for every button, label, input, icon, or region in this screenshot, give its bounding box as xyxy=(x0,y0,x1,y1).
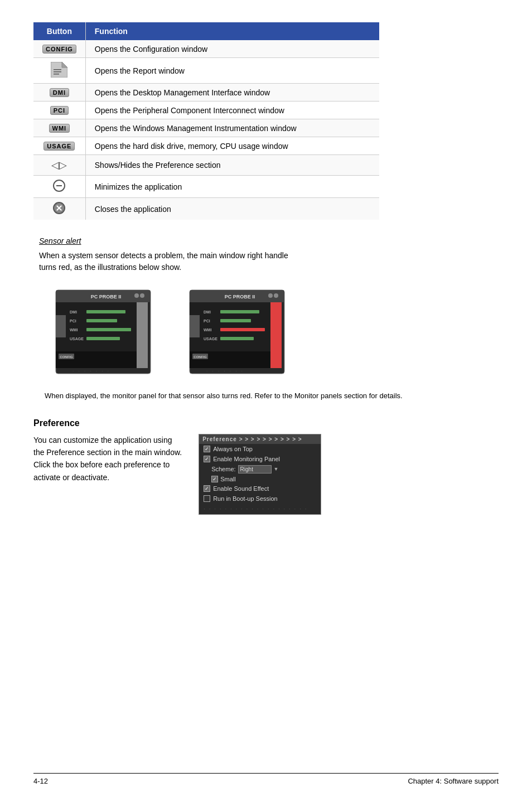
probe-normal-svg: PC PROBE II DMI PCI WMI USAGE xyxy=(50,284,162,379)
svg-text:USAGE: USAGE xyxy=(70,337,84,341)
pref-label-small: Small xyxy=(220,476,236,482)
svg-rect-2 xyxy=(54,69,61,70)
pref-scheme-label: Scheme: xyxy=(211,466,235,472)
table-row: Minimizes the application xyxy=(33,176,379,198)
svg-rect-17 xyxy=(86,319,117,322)
page-footer: 4-12 Chapter 4: Software support xyxy=(33,773,499,785)
button-cell xyxy=(33,58,85,84)
svg-point-9 xyxy=(134,293,139,298)
svg-point-29 xyxy=(268,293,273,298)
svg-rect-31 xyxy=(190,315,200,337)
table-row: Closes the application xyxy=(33,198,379,220)
function-cell: Opens the Report window xyxy=(85,58,379,84)
preference-description: You can customize the application using … xyxy=(33,434,182,484)
col-button-header: Button xyxy=(33,22,85,40)
pref-checkbox-sound[interactable] xyxy=(204,485,210,492)
button-cell: CONFIG xyxy=(33,40,85,58)
table-row: USAGE Opens the hard disk drive, memory,… xyxy=(33,137,379,155)
svg-rect-16 xyxy=(86,310,125,313)
pref-label-sound: Enable Sound Effect xyxy=(213,485,269,492)
table-row: Opens the Report window xyxy=(33,58,379,84)
svg-rect-4 xyxy=(54,74,59,75)
pref-scheme-input[interactable] xyxy=(238,465,272,474)
table-row: CONFIG Opens the Configuration window xyxy=(33,40,379,58)
pref-checkbox-small[interactable] xyxy=(211,476,218,482)
svg-rect-39 xyxy=(220,337,254,340)
button-cell: ◁▷ xyxy=(33,155,85,176)
preference-panel: Preference > > > > > > > > > > > Always … xyxy=(199,434,321,515)
svg-text:DMI: DMI xyxy=(204,310,211,314)
usage-button-icon: USAGE xyxy=(43,142,75,151)
svg-point-28 xyxy=(274,293,278,298)
pref-label-bootup: Run in Boot-up Session xyxy=(213,495,278,502)
function-cell: Opens the Windows Management Instrumenta… xyxy=(85,119,379,137)
svg-text:CONFIG: CONFIG xyxy=(194,355,207,359)
function-cell: Opens the Peripheral Component Interconn… xyxy=(85,102,379,119)
report-button-icon xyxy=(51,62,67,78)
svg-text:WMI: WMI xyxy=(204,328,211,332)
svg-rect-19 xyxy=(86,337,120,340)
svg-text:· · · · · · ·: · · · · · · · xyxy=(206,369,244,374)
pref-scheme-dropdown-icon[interactable]: ▼ xyxy=(274,466,279,472)
probe-normal: PC PROBE II DMI PCI WMI USAGE xyxy=(50,284,162,379)
function-cell: Shows/Hides the Preference section xyxy=(85,155,379,176)
button-cell: WMI xyxy=(33,119,85,137)
svg-rect-11 xyxy=(56,315,66,337)
pref-item-bootup: Run in Boot-up Session xyxy=(199,494,321,504)
function-cell: Opens the Desktop Management Interface w… xyxy=(85,84,379,102)
sensor-alert-title: Sensor alert xyxy=(39,236,499,245)
button-cell: DMI xyxy=(33,84,85,102)
button-cell xyxy=(33,176,85,198)
table-row: WMI Opens the Windows Management Instrum… xyxy=(33,119,379,137)
probes-container: PC PROBE II DMI PCI WMI USAGE xyxy=(50,284,499,379)
function-cell: Opens the hard disk drive, memory, CPU u… xyxy=(85,137,379,155)
table-row: PCI Opens the Peripheral Component Inter… xyxy=(33,102,379,119)
function-cell: Opens the Configuration window xyxy=(85,40,379,58)
sensor-alert-description: When a system sensor detects a problem, … xyxy=(39,250,499,273)
svg-text:DMI: DMI xyxy=(70,310,77,314)
button-cell xyxy=(33,198,85,220)
page-number: 4-12 xyxy=(33,777,48,785)
probe-alert-svg: PC PROBE II DMI PCI WMI USAGE xyxy=(184,284,296,379)
wmi-button-icon: WMI xyxy=(49,124,70,133)
pref-checkbox-always-on-top[interactable] xyxy=(204,446,210,452)
sensor-alert-section: Sensor alert When a system sensor detect… xyxy=(33,236,499,402)
pci-button-icon: PCI xyxy=(50,106,69,115)
button-function-table: Button Function CONFIG Opens the Configu… xyxy=(33,22,379,220)
pref-title-bar: Preference > > > > > > > > > > > xyxy=(199,434,321,444)
pref-checkbox-enable-monitoring[interactable] xyxy=(204,456,210,462)
pref-item-always-on-top: Always on Top xyxy=(199,444,321,454)
svg-marker-1 xyxy=(62,62,67,67)
table-row: ◁▷ Shows/Hides the Preference section xyxy=(33,155,379,176)
svg-text:· · · · · · ·: · · · · · · · xyxy=(72,369,110,374)
svg-text:CONFIG: CONFIG xyxy=(60,355,73,359)
pref-checkbox-bootup[interactable] xyxy=(204,495,210,502)
svg-text:WMI: WMI xyxy=(70,328,78,332)
preference-section: Preference You can customize the applica… xyxy=(33,418,499,515)
svg-text:PCI: PCI xyxy=(70,319,76,323)
preference-layout: You can customize the application using … xyxy=(33,434,499,515)
svg-rect-37 xyxy=(220,319,251,322)
svg-rect-43 xyxy=(270,302,282,368)
svg-rect-38 xyxy=(220,328,265,331)
pref-label-enable-monitoring: Enable Monitoring Panel xyxy=(213,456,280,462)
button-cell: PCI xyxy=(33,102,85,119)
arrows-button-icon: ◁▷ xyxy=(51,160,67,171)
svg-point-8 xyxy=(140,293,144,298)
close-button-icon xyxy=(53,202,65,214)
svg-text:PC PROBE II: PC PROBE II xyxy=(225,294,255,299)
pref-label-always-on-top: Always on Top xyxy=(213,446,253,452)
svg-rect-3 xyxy=(54,71,61,73)
pref-bottom-decoration: · · · · · · · · · · · · · · · · · · · · xyxy=(199,504,321,514)
probe-alert: PC PROBE II DMI PCI WMI USAGE xyxy=(184,284,296,379)
minimize-button-icon xyxy=(53,180,65,192)
pref-scheme-row: Scheme: ▼ xyxy=(199,464,321,475)
svg-text:PCI: PCI xyxy=(204,319,210,323)
pref-small-row: Small xyxy=(199,475,321,484)
dmi-button-icon: DMI xyxy=(50,88,69,97)
chapter-label: Chapter 4: Software support xyxy=(408,777,499,785)
svg-text:USAGE: USAGE xyxy=(204,337,217,341)
svg-rect-18 xyxy=(86,328,131,331)
svg-rect-36 xyxy=(220,310,259,313)
function-cell: Closes the application xyxy=(85,198,379,220)
